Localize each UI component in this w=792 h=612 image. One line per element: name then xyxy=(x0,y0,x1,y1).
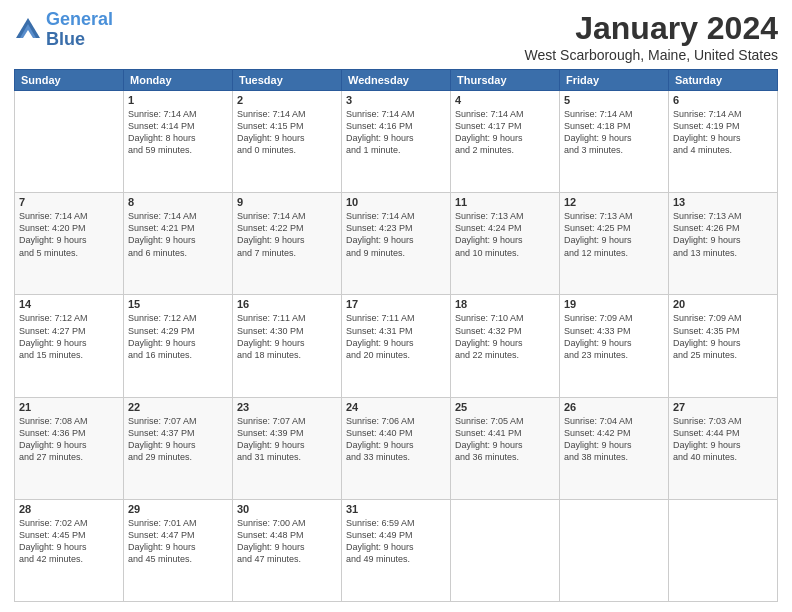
cell-content: Sunrise: 6:59 AM Sunset: 4:49 PM Dayligh… xyxy=(346,517,446,566)
page: General Blue January 2024 West Scarborou… xyxy=(0,0,792,612)
calendar-cell: 15Sunrise: 7:12 AM Sunset: 4:29 PM Dayli… xyxy=(124,295,233,397)
calendar-cell: 6Sunrise: 7:14 AM Sunset: 4:19 PM Daylig… xyxy=(669,91,778,193)
calendar-cell: 12Sunrise: 7:13 AM Sunset: 4:25 PM Dayli… xyxy=(560,193,669,295)
day-number: 25 xyxy=(455,401,555,413)
cell-content: Sunrise: 7:06 AM Sunset: 4:40 PM Dayligh… xyxy=(346,415,446,464)
day-number: 19 xyxy=(564,298,664,310)
cell-content: Sunrise: 7:14 AM Sunset: 4:15 PM Dayligh… xyxy=(237,108,337,157)
cell-content: Sunrise: 7:07 AM Sunset: 4:39 PM Dayligh… xyxy=(237,415,337,464)
cell-content: Sunrise: 7:12 AM Sunset: 4:29 PM Dayligh… xyxy=(128,312,228,361)
week-row-1: 1Sunrise: 7:14 AM Sunset: 4:14 PM Daylig… xyxy=(15,91,778,193)
weekday-header-friday: Friday xyxy=(560,70,669,91)
cell-content: Sunrise: 7:00 AM Sunset: 4:48 PM Dayligh… xyxy=(237,517,337,566)
cell-content: Sunrise: 7:04 AM Sunset: 4:42 PM Dayligh… xyxy=(564,415,664,464)
cell-content: Sunrise: 7:08 AM Sunset: 4:36 PM Dayligh… xyxy=(19,415,119,464)
calendar-cell xyxy=(15,91,124,193)
day-number: 3 xyxy=(346,94,446,106)
day-number: 22 xyxy=(128,401,228,413)
cell-content: Sunrise: 7:14 AM Sunset: 4:19 PM Dayligh… xyxy=(673,108,773,157)
cell-content: Sunrise: 7:02 AM Sunset: 4:45 PM Dayligh… xyxy=(19,517,119,566)
title-block: January 2024 West Scarborough, Maine, Un… xyxy=(525,10,778,63)
cell-content: Sunrise: 7:14 AM Sunset: 4:23 PM Dayligh… xyxy=(346,210,446,259)
cell-content: Sunrise: 7:12 AM Sunset: 4:27 PM Dayligh… xyxy=(19,312,119,361)
logo: General Blue xyxy=(14,10,113,50)
calendar-cell: 5Sunrise: 7:14 AM Sunset: 4:18 PM Daylig… xyxy=(560,91,669,193)
calendar-cell: 22Sunrise: 7:07 AM Sunset: 4:37 PM Dayli… xyxy=(124,397,233,499)
day-number: 16 xyxy=(237,298,337,310)
cell-content: Sunrise: 7:05 AM Sunset: 4:41 PM Dayligh… xyxy=(455,415,555,464)
cell-content: Sunrise: 7:13 AM Sunset: 4:25 PM Dayligh… xyxy=(564,210,664,259)
logo-general: General xyxy=(46,9,113,29)
day-number: 28 xyxy=(19,503,119,515)
day-number: 23 xyxy=(237,401,337,413)
day-number: 14 xyxy=(19,298,119,310)
day-number: 6 xyxy=(673,94,773,106)
day-number: 12 xyxy=(564,196,664,208)
calendar-cell xyxy=(451,499,560,601)
cell-content: Sunrise: 7:09 AM Sunset: 4:35 PM Dayligh… xyxy=(673,312,773,361)
day-number: 18 xyxy=(455,298,555,310)
day-number: 1 xyxy=(128,94,228,106)
day-number: 26 xyxy=(564,401,664,413)
calendar-table: SundayMondayTuesdayWednesdayThursdayFrid… xyxy=(14,69,778,602)
day-number: 17 xyxy=(346,298,446,310)
day-number: 13 xyxy=(673,196,773,208)
calendar-cell: 4Sunrise: 7:14 AM Sunset: 4:17 PM Daylig… xyxy=(451,91,560,193)
header: General Blue January 2024 West Scarborou… xyxy=(14,10,778,63)
calendar-cell: 24Sunrise: 7:06 AM Sunset: 4:40 PM Dayli… xyxy=(342,397,451,499)
day-number: 2 xyxy=(237,94,337,106)
calendar-cell: 18Sunrise: 7:10 AM Sunset: 4:32 PM Dayli… xyxy=(451,295,560,397)
calendar-cell: 30Sunrise: 7:00 AM Sunset: 4:48 PM Dayli… xyxy=(233,499,342,601)
calendar-cell xyxy=(669,499,778,601)
cell-content: Sunrise: 7:07 AM Sunset: 4:37 PM Dayligh… xyxy=(128,415,228,464)
calendar-cell: 9Sunrise: 7:14 AM Sunset: 4:22 PM Daylig… xyxy=(233,193,342,295)
calendar-cell: 21Sunrise: 7:08 AM Sunset: 4:36 PM Dayli… xyxy=(15,397,124,499)
calendar-cell: 25Sunrise: 7:05 AM Sunset: 4:41 PM Dayli… xyxy=(451,397,560,499)
calendar-cell: 11Sunrise: 7:13 AM Sunset: 4:24 PM Dayli… xyxy=(451,193,560,295)
day-number: 20 xyxy=(673,298,773,310)
cell-content: Sunrise: 7:01 AM Sunset: 4:47 PM Dayligh… xyxy=(128,517,228,566)
day-number: 21 xyxy=(19,401,119,413)
week-row-3: 14Sunrise: 7:12 AM Sunset: 4:27 PM Dayli… xyxy=(15,295,778,397)
weekday-header-row: SundayMondayTuesdayWednesdayThursdayFrid… xyxy=(15,70,778,91)
day-number: 11 xyxy=(455,196,555,208)
cell-content: Sunrise: 7:14 AM Sunset: 4:21 PM Dayligh… xyxy=(128,210,228,259)
logo-icon xyxy=(14,16,42,44)
cell-content: Sunrise: 7:14 AM Sunset: 4:17 PM Dayligh… xyxy=(455,108,555,157)
calendar-cell: 31Sunrise: 6:59 AM Sunset: 4:49 PM Dayli… xyxy=(342,499,451,601)
calendar-cell: 2Sunrise: 7:14 AM Sunset: 4:15 PM Daylig… xyxy=(233,91,342,193)
day-number: 8 xyxy=(128,196,228,208)
month-title: January 2024 xyxy=(525,10,778,47)
weekday-header-sunday: Sunday xyxy=(15,70,124,91)
week-row-4: 21Sunrise: 7:08 AM Sunset: 4:36 PM Dayli… xyxy=(15,397,778,499)
calendar-cell: 29Sunrise: 7:01 AM Sunset: 4:47 PM Dayli… xyxy=(124,499,233,601)
weekday-header-monday: Monday xyxy=(124,70,233,91)
cell-content: Sunrise: 7:14 AM Sunset: 4:16 PM Dayligh… xyxy=(346,108,446,157)
calendar-cell: 7Sunrise: 7:14 AM Sunset: 4:20 PM Daylig… xyxy=(15,193,124,295)
calendar-cell: 17Sunrise: 7:11 AM Sunset: 4:31 PM Dayli… xyxy=(342,295,451,397)
logo-blue: Blue xyxy=(46,29,85,49)
cell-content: Sunrise: 7:14 AM Sunset: 4:14 PM Dayligh… xyxy=(128,108,228,157)
calendar-cell: 14Sunrise: 7:12 AM Sunset: 4:27 PM Dayli… xyxy=(15,295,124,397)
day-number: 4 xyxy=(455,94,555,106)
week-row-5: 28Sunrise: 7:02 AM Sunset: 4:45 PM Dayli… xyxy=(15,499,778,601)
location-title: West Scarborough, Maine, United States xyxy=(525,47,778,63)
cell-content: Sunrise: 7:11 AM Sunset: 4:30 PM Dayligh… xyxy=(237,312,337,361)
weekday-header-tuesday: Tuesday xyxy=(233,70,342,91)
calendar-cell: 8Sunrise: 7:14 AM Sunset: 4:21 PM Daylig… xyxy=(124,193,233,295)
weekday-header-saturday: Saturday xyxy=(669,70,778,91)
day-number: 24 xyxy=(346,401,446,413)
calendar-cell: 28Sunrise: 7:02 AM Sunset: 4:45 PM Dayli… xyxy=(15,499,124,601)
calendar-cell: 10Sunrise: 7:14 AM Sunset: 4:23 PM Dayli… xyxy=(342,193,451,295)
calendar-cell: 19Sunrise: 7:09 AM Sunset: 4:33 PM Dayli… xyxy=(560,295,669,397)
calendar-cell: 23Sunrise: 7:07 AM Sunset: 4:39 PM Dayli… xyxy=(233,397,342,499)
logo-text: General Blue xyxy=(46,10,113,50)
day-number: 7 xyxy=(19,196,119,208)
day-number: 9 xyxy=(237,196,337,208)
day-number: 29 xyxy=(128,503,228,515)
cell-content: Sunrise: 7:03 AM Sunset: 4:44 PM Dayligh… xyxy=(673,415,773,464)
week-row-2: 7Sunrise: 7:14 AM Sunset: 4:20 PM Daylig… xyxy=(15,193,778,295)
day-number: 10 xyxy=(346,196,446,208)
calendar-cell xyxy=(560,499,669,601)
calendar-cell: 20Sunrise: 7:09 AM Sunset: 4:35 PM Dayli… xyxy=(669,295,778,397)
